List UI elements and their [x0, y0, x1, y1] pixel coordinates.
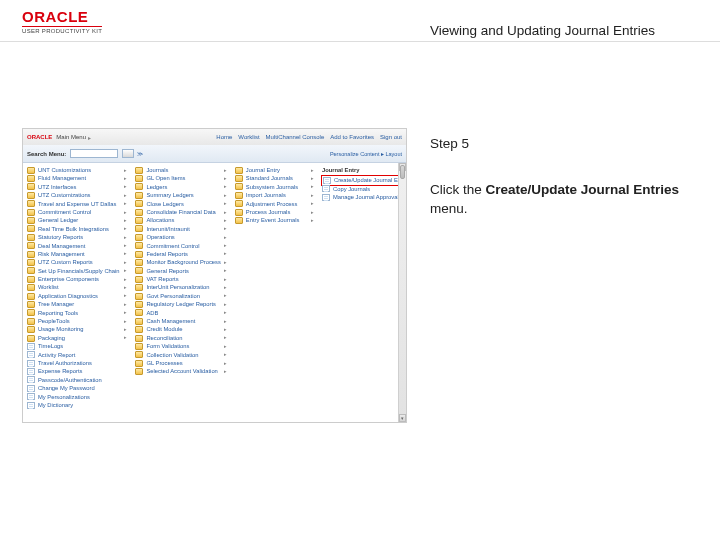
chevron-right-icon: ▸ [311, 192, 314, 199]
menu-folder[interactable]: Risk Management▸ [27, 250, 127, 258]
menu-folder[interactable]: Monitor Background Process▸ [135, 258, 226, 266]
menu-folder[interactable]: Operations▸ [135, 233, 226, 241]
menu-folder[interactable]: ADB▸ [135, 309, 226, 317]
menu-folder[interactable]: Journals▸ [135, 166, 226, 174]
folder-icon [135, 360, 143, 367]
menu-page[interactable]: My Dictionary [27, 401, 127, 409]
menu-page[interactable]: TimeLogs [27, 342, 127, 350]
menu-folder[interactable]: Regulatory Ledger Reports▸ [135, 300, 226, 308]
menu-folder[interactable]: Credit Module▸ [135, 325, 226, 333]
menu-item-label: PeopleTools [38, 317, 70, 325]
menu-folder[interactable]: Interunit/Intraunit▸ [135, 225, 226, 233]
menu-folder[interactable]: Commitment Control▸ [27, 208, 127, 216]
menu-folder[interactable]: Collection Validation▸ [135, 351, 226, 359]
scrollbar[interactable]: ▴ ▾ [398, 163, 406, 422]
folder-icon [135, 217, 143, 224]
menu-folder[interactable]: Import Journals▸ [235, 191, 314, 199]
folder-icon [27, 167, 35, 174]
menu-folder[interactable]: Enterprise Components▸ [27, 275, 127, 283]
menu-folder[interactable]: Cash Management▸ [135, 317, 226, 325]
menu-folder[interactable]: UTZ Customizations▸ [27, 191, 127, 199]
nav-home[interactable]: Home [216, 134, 232, 140]
menu-folder[interactable]: GL Processes▸ [135, 359, 226, 367]
menu-folder[interactable]: Packaging▸ [27, 334, 127, 342]
menu-folder[interactable]: Process Journals▸ [235, 208, 314, 216]
menu-folder[interactable]: Selected Account Validation▸ [135, 367, 226, 375]
menu-page[interactable]: Manage Journal Approval [322, 193, 402, 201]
menu-page[interactable]: My Personalizations [27, 393, 127, 401]
menu-folder[interactable]: Reporting Tools▸ [27, 309, 127, 317]
menu-folder[interactable]: Travel and Expense UT Dallas▸ [27, 200, 127, 208]
folder-icon [135, 284, 143, 291]
menu-folder[interactable]: Close Ledgers▸ [135, 200, 226, 208]
menu-item-label: My Personalizations [38, 393, 90, 401]
menu-folder[interactable]: Worklist▸ [27, 283, 127, 291]
menu-folder[interactable]: Deal Management▸ [27, 242, 127, 250]
folder-icon [135, 242, 143, 249]
personalize-crumb[interactable]: Personalize Content ▸ Layout [330, 151, 402, 157]
menu-folder[interactable]: Set Up Financials/Supply Chain▸ [27, 267, 127, 275]
nav-worklist[interactable]: Worklist [238, 134, 259, 140]
menu-folder[interactable]: Ledgers▸ [135, 183, 226, 191]
menu-folder[interactable]: Usage Monitoring▸ [27, 325, 127, 333]
menu-folder[interactable]: Adjustment Process▸ [235, 200, 314, 208]
menu-item-label: Federal Reports [146, 250, 188, 258]
menu-folder[interactable]: Govt Personalization▸ [135, 292, 226, 300]
menu-folder[interactable]: VAT Reports▸ [135, 275, 226, 283]
menu-item-label: Reporting Tools [38, 309, 78, 317]
instruction-text: Click the Create/Update Journal Entries … [430, 180, 690, 219]
scroll-down-icon[interactable]: ▾ [399, 414, 406, 422]
menu-folder[interactable]: General Reports▸ [135, 267, 226, 275]
nav-signout[interactable]: Sign out [380, 134, 402, 140]
menu-folder[interactable]: Subsystem Journals▸ [235, 183, 314, 191]
menu-folder[interactable]: Allocations▸ [135, 216, 226, 224]
menu-folder[interactable]: InterUnit Personalization▸ [135, 283, 226, 291]
brand-main: ORACLE [22, 8, 102, 25]
folder-icon [235, 192, 243, 199]
advanced-search-icon[interactable]: ≫ [137, 150, 143, 157]
search-button[interactable] [122, 149, 134, 158]
menu-page[interactable]: Change My Password [27, 384, 127, 392]
chevron-right-icon: ▸ [224, 167, 227, 174]
menu-folder[interactable]: Federal Reports▸ [135, 250, 226, 258]
chevron-right-icon: ▸ [124, 217, 127, 224]
menu-folder[interactable]: Consolidate Financial Data▸ [135, 208, 226, 216]
chevron-right-icon: ▸ [124, 267, 127, 274]
menu-folder[interactable]: Real Time Bulk Integrations▸ [27, 225, 127, 233]
folder-icon [27, 217, 35, 224]
menu-folder[interactable]: PeopleTools▸ [27, 317, 127, 325]
menu-page[interactable]: Activity Report [27, 351, 127, 359]
menu-folder[interactable]: Commitment Control▸ [135, 242, 226, 250]
menu-item-label: Fluid Management [38, 174, 86, 182]
menu-folder[interactable]: UTZ Interfaces▸ [27, 183, 127, 191]
menu-page[interactable]: Travel Authorizations [27, 359, 127, 367]
folder-icon [135, 234, 143, 241]
nav-console[interactable]: MultiChannel Console [266, 134, 325, 140]
scroll-thumb[interactable] [400, 165, 405, 179]
menu-folder[interactable]: Application Diagnostics▸ [27, 292, 127, 300]
folder-icon [27, 251, 35, 258]
menu-folder[interactable]: Summary Ledgers▸ [135, 191, 226, 199]
menu-folder[interactable]: Form Validations▸ [135, 342, 226, 350]
menu-folder[interactable]: Fluid Management▸ [27, 174, 127, 182]
folder-icon [27, 209, 35, 216]
menu-item-label: Worklist [38, 283, 59, 291]
menu-folder[interactable]: Standard Journals▸ [235, 174, 314, 182]
menu-folder[interactable]: UNT Customizations▸ [27, 166, 127, 174]
menu-folder[interactable]: Journal Entry▸ [235, 166, 314, 174]
menu-folder[interactable]: Reconciliation▸ [135, 334, 226, 342]
nav-favorites[interactable]: Add to Favorites [330, 134, 374, 140]
menu-folder[interactable]: GL Open Items▸ [135, 174, 226, 182]
search-input[interactable] [70, 149, 118, 158]
menu-folder[interactable]: UTZ Custom Reports▸ [27, 258, 127, 266]
menu-folder[interactable]: General Ledger▸ [27, 216, 127, 224]
menu-folder[interactable]: Tree Manager▸ [27, 300, 127, 308]
chevron-right-icon: ▸ [224, 334, 227, 341]
menu-page[interactable]: Copy Journals [322, 185, 402, 193]
menu-page[interactable]: Passcode/Authentication [27, 376, 127, 384]
menu-folder[interactable]: Entry Event Journals▸ [235, 216, 314, 224]
menu-folder[interactable]: Statutory Reports▸ [27, 233, 127, 241]
folder-icon [235, 183, 243, 190]
menu-page[interactable]: Expense Reports [27, 367, 127, 375]
menu-item-label: Create/Update Journal Entries [334, 176, 406, 184]
